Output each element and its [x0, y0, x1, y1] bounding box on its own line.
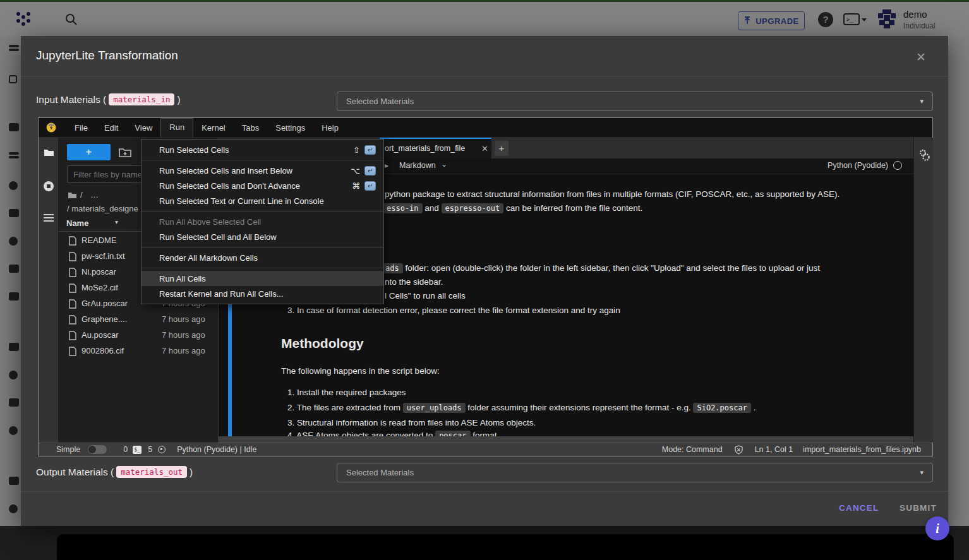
cell-type-caret-icon: ⌄	[441, 160, 447, 169]
output-materials-select[interactable]: Selected Materials ▾	[337, 463, 933, 482]
sort-caret-icon: ▾	[115, 218, 118, 225]
markdown-text: and	[423, 203, 442, 213]
file-icon	[69, 252, 76, 261]
markdown-text: The following happens in the script belo…	[281, 366, 440, 376]
materials-in-chip: materials_in	[109, 93, 174, 105]
markdown-list-item: 3. Structural information is read from f…	[287, 418, 536, 427]
kernel-status-text[interactable]: Python (Pyodide) | Idle	[177, 445, 256, 454]
close-icon[interactable]: ✕	[915, 51, 927, 64]
submit-button[interactable]: SUBMIT	[900, 503, 937, 513]
input-materials-placeholder: Selected Materials	[346, 97, 414, 106]
input-materials-select[interactable]: Selected Materials ▾	[337, 92, 933, 111]
name-column-header[interactable]: Name	[66, 218, 88, 228]
methodology-heading: Methodology	[281, 336, 364, 351]
cancel-button[interactable]: CANCEL	[839, 503, 879, 513]
jupyter-left-rail	[39, 138, 59, 443]
menu-separator	[141, 160, 383, 160]
file-name: 9002806.cif	[81, 346, 124, 355]
enter-key-icon: ↵	[364, 145, 376, 155]
file-icon	[69, 347, 76, 356]
output-materials-suffix: )	[190, 467, 193, 478]
horizontal-scrollbar[interactable]	[219, 436, 913, 443]
simple-mode-toggle[interactable]	[88, 445, 107, 454]
header-divider	[21, 76, 948, 76]
cell-type-select[interactable]: Markdown	[399, 161, 436, 170]
input-materials-label: Input Materials ( materials_in )	[36, 93, 181, 105]
menu-item-label: Run Selected Cell and All Below	[159, 232, 277, 242]
menu-item-restart-kernel-run-all[interactable]: Restart Kernel and Run All Cells...	[141, 286, 383, 301]
file-modified: 7 hours ago	[162, 346, 205, 355]
menu-item-label: Run Selected Cells and Insert Below	[159, 166, 292, 176]
menu-item-run-selected-cells[interactable]: Run Selected Cells ⇧↵	[141, 142, 383, 157]
file-icon	[69, 236, 76, 246]
menu-item-run-and-dont-advance[interactable]: Run Selected Cells and Don't Advance ⌘↵	[141, 178, 383, 193]
markdown-list-item: 2. The files are extracted from	[287, 403, 403, 412]
menu-file[interactable]: File	[66, 120, 96, 136]
menu-item-run-and-insert-below[interactable]: Run Selected Cells and Insert Below ⌥↵	[141, 163, 383, 178]
toolbar-play-icon[interactable]: ▸	[385, 161, 388, 170]
kernel-sessions-icon	[158, 446, 166, 453]
breadcrumb-ellipsis[interactable]: …	[90, 190, 99, 200]
breadcrumb-path[interactable]: / materials_designe	[67, 204, 138, 213]
menu-item-run-all-cells[interactable]: Run All Cells	[141, 271, 383, 286]
file-icon	[69, 299, 76, 309]
materials-out-chip: materials_out	[116, 466, 187, 478]
inline-code: user_uploads	[403, 403, 466, 413]
menu-edit[interactable]: Edit	[96, 120, 126, 136]
notebook-tab[interactable]: ort_materials_from_file ✕	[380, 138, 491, 158]
terminal-count[interactable]: 0	[123, 445, 128, 454]
markdown-list-item: 1. Install the required packages	[287, 388, 406, 397]
file-row[interactable]: Graphene.... 7 hours ago	[59, 312, 219, 328]
markdown-text: .	[751, 403, 756, 412]
markdown-list-item: 4. ASE Atoms objects are converted to	[287, 431, 435, 436]
info-fab-button[interactable]: i	[925, 516, 949, 540]
file-name: Ni.poscar	[81, 267, 116, 277]
file-name: README	[81, 235, 117, 245]
new-tab-button[interactable]: +	[495, 141, 509, 156]
menu-tabs[interactable]: Tabs	[234, 120, 267, 136]
simple-mode-label: Simple	[56, 445, 80, 454]
menu-run[interactable]: Run	[160, 118, 193, 137]
menu-item-label: Run Selected Cells and Don't Advance	[159, 181, 300, 191]
inline-code: esso-in	[383, 203, 423, 213]
inline-code: SiO2.poscar	[693, 403, 750, 413]
menu-item-render-all-markdown[interactable]: Render All Markdown Cells	[141, 250, 383, 265]
file-icon	[69, 315, 76, 325]
markdown-text: nto the sidebar.	[385, 277, 443, 287]
kernel-status-icon[interactable]	[893, 161, 902, 170]
menu-kernel[interactable]: Kernel	[193, 120, 234, 136]
menu-item-run-cell-and-all-below[interactable]: Run Selected Cell and All Below	[141, 229, 383, 244]
cursor-position[interactable]: Ln 1, Col 1	[755, 445, 793, 454]
file-icon	[69, 331, 76, 340]
file-row[interactable]: Au.poscar 7 hours ago	[59, 328, 219, 343]
tab-close-icon[interactable]: ✕	[481, 144, 488, 153]
new-folder-icon[interactable]	[119, 146, 131, 157]
menu-help[interactable]: Help	[313, 120, 347, 136]
kernel-count[interactable]: 5	[148, 445, 152, 454]
new-launcher-button[interactable]: +	[67, 144, 111, 160]
breadcrumb-home-folder-icon[interactable]	[68, 191, 77, 199]
table-of-contents-icon[interactable]	[43, 213, 54, 222]
menu-item-run-all-above[interactable]: Run All Above Selected Cell	[141, 214, 383, 229]
menu-separator	[141, 268, 383, 268]
file-browser-icon[interactable]	[44, 148, 54, 157]
property-inspector-gears-icon[interactable]	[918, 149, 930, 162]
dialog-title: JupyterLite Transformation	[36, 49, 178, 63]
menu-view[interactable]: View	[126, 120, 160, 136]
running-kernels-icon[interactable]	[43, 181, 54, 192]
file-name: Au.poscar	[81, 330, 119, 340]
file-row[interactable]: 9002806.cif 7 hours ago	[59, 343, 219, 359]
file-icon	[69, 283, 76, 293]
command-key-icon: ⌘	[352, 181, 360, 191]
notebook-tab-title: ort_materials_from_file	[385, 144, 477, 153]
menu-settings[interactable]: Settings	[267, 120, 313, 136]
enter-key-icon: ↵	[364, 181, 376, 191]
kernel-name[interactable]: Python (Pyodide)	[828, 161, 888, 170]
menu-item-run-text-in-console[interactable]: Run Selected Text or Current Line in Con…	[141, 193, 383, 208]
menu-item-label: Restart Kernel and Run All Cells...	[159, 289, 284, 299]
file-name: MoSe2.cif	[81, 283, 118, 292]
file-name: pw-scf.in.txt	[81, 251, 125, 261]
breadcrumb-root[interactable]: /	[80, 190, 83, 200]
jupyterlite-frame: File Edit View Run Kernel Tabs Settings …	[38, 117, 933, 456]
inline-code: poscar	[435, 431, 470, 436]
